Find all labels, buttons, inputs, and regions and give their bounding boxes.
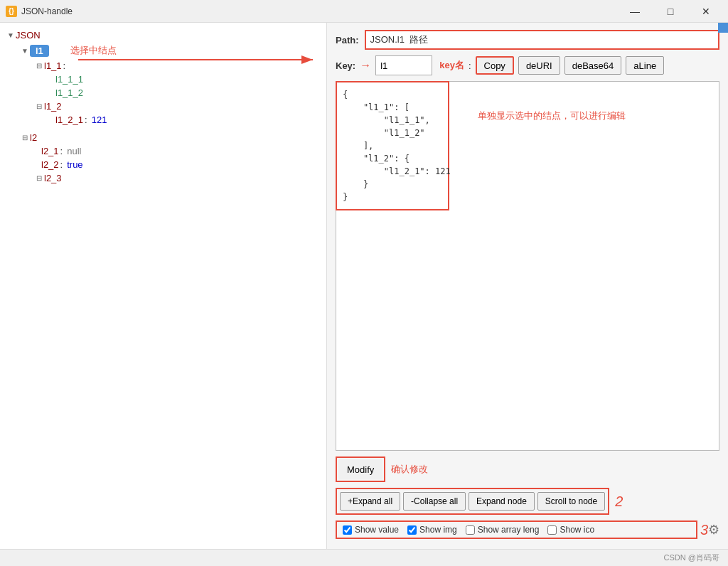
l1-1-1-value: l1_1_1 bbox=[55, 74, 83, 85]
l1-node-badge[interactable]: l1 bbox=[30, 45, 49, 57]
expand-icon-root[interactable]: ▼ bbox=[6, 31, 16, 41]
key-annotation: key名 bbox=[439, 59, 464, 72]
app-icon: {} bbox=[6, 6, 17, 17]
json-preview-box: { "l1_1": [ "l1_1_1", "l1_1_2" ], "l1_2"… bbox=[336, 81, 449, 210]
l2-2-key: l2_2 bbox=[41, 159, 59, 170]
show-value-checkbox-item[interactable]: Show value bbox=[343, 525, 399, 535]
l1-2-node[interactable]: ⊟ l1_2 bbox=[6, 100, 321, 113]
json-preview-content: { "l1_1": [ "l1_1_1", "l1_1_2" ], "l1_2"… bbox=[343, 88, 442, 203]
show-array-leng-label: Show array leng bbox=[478, 525, 540, 535]
number-3-annotation: 3 bbox=[700, 522, 708, 538]
minimize-button[interactable]: — bbox=[619, 0, 651, 23]
expand-icon-l2-3[interactable]: ⊟ bbox=[34, 173, 44, 183]
expand-row: +Expand all -Collapse all Expand node Sc… bbox=[336, 488, 609, 515]
settings-gear-icon[interactable]: ⚙ bbox=[708, 523, 719, 537]
show-ico-checkbox-item[interactable]: Show ico bbox=[547, 525, 594, 535]
l2-1-node[interactable]: l2_1 : null bbox=[6, 144, 321, 158]
key-row: Key: → key名 : Copy deURI deBase64 aLine bbox=[336, 55, 719, 75]
show-ico-label: Show ico bbox=[560, 525, 594, 535]
tree-root-label: JSON bbox=[16, 30, 41, 41]
l1-2-1-key: l1_2_1 bbox=[55, 114, 83, 125]
l1-1-2-value: l1_1_2 bbox=[55, 87, 83, 98]
l2-3-key: l2_3 bbox=[44, 173, 62, 183]
json-editor-annotation: 单独显示选中的结点，可以进行编辑 bbox=[478, 110, 626, 122]
key-input[interactable] bbox=[375, 55, 432, 75]
l1-1-2-node[interactable]: l1_1_2 bbox=[6, 86, 321, 100]
close-button[interactable]: ✕ bbox=[690, 0, 722, 23]
expand-icon-l1[interactable]: ▼ bbox=[20, 46, 30, 55]
debase64-button[interactable]: deBase64 bbox=[564, 56, 622, 75]
l2-2-node[interactable]: l2_2 : true bbox=[6, 158, 321, 171]
status-text: CSDN @肖码哥 bbox=[664, 552, 719, 563]
deuri-button[interactable]: deURI bbox=[518, 56, 560, 75]
collapse-all-button[interactable]: -Collapse all bbox=[403, 492, 466, 511]
checkbox-row-container: Show value Show img Show array leng Show… bbox=[336, 520, 719, 539]
copy-button[interactable]: Copy bbox=[476, 56, 514, 75]
l1-2-1-value: 121 bbox=[92, 114, 107, 125]
aline-button[interactable]: aLine bbox=[626, 56, 664, 75]
left-panel: ▼ JSON ▼ l1 选择中结点 ⊟ l1_1 : l1_1_1 l1_1_2… bbox=[0, 23, 327, 549]
show-img-label: Show img bbox=[419, 525, 457, 535]
right-panel: Path: Key: → key名 : Copy deURI deBase64 … bbox=[327, 23, 728, 549]
json-editor-wrapper: { "l1_1": [ "l1_1_1", "l1_1_2" ], "l1_2"… bbox=[336, 81, 719, 451]
blue-corner bbox=[718, 23, 728, 33]
expand-icon-l1-2[interactable]: ⊟ bbox=[34, 102, 44, 112]
path-label: Path: bbox=[336, 35, 359, 46]
l1-2-key: l1_2 bbox=[44, 101, 62, 112]
status-bar: CSDN @肖码哥 bbox=[0, 549, 728, 566]
key-arrow: → bbox=[360, 59, 371, 72]
app-title: JSON-handle bbox=[21, 6, 619, 16]
expand-icon-l1-1[interactable]: ⊟ bbox=[34, 61, 44, 71]
scroll-to-node-button[interactable]: Scroll to node bbox=[537, 492, 605, 511]
title-bar: {} JSON-handle — □ ✕ bbox=[0, 0, 728, 23]
expand-node-button[interactable]: Expand node bbox=[469, 492, 535, 511]
path-input[interactable] bbox=[365, 30, 720, 50]
expand-icon-l2[interactable]: ⊟ bbox=[20, 133, 30, 143]
show-img-checkbox-item[interactable]: Show img bbox=[407, 525, 457, 535]
modify-row: Modify 确认修改 bbox=[336, 456, 719, 482]
app-icon-text: {} bbox=[9, 7, 14, 15]
main-content: ▼ JSON ▼ l1 选择中结点 ⊟ l1_1 : l1_1_1 l1_1_2… bbox=[0, 23, 728, 549]
l2-1-value: null bbox=[67, 146, 81, 156]
l2-key: l2 bbox=[30, 132, 37, 143]
modify-button[interactable]: Modify bbox=[338, 459, 382, 479]
l2-2-value: true bbox=[67, 159, 82, 170]
show-ico-checkbox[interactable] bbox=[547, 525, 557, 535]
selected-node-annotation: 选择中结点 bbox=[70, 44, 117, 57]
show-array-leng-checkbox[interactable] bbox=[466, 525, 475, 535]
l1-2-1-node[interactable]: l1_2_1 : 121 bbox=[6, 113, 321, 127]
settings-area: ⚙ bbox=[708, 522, 719, 538]
l1-1-node[interactable]: ⊟ l1_1 : bbox=[6, 59, 321, 73]
show-array-leng-checkbox-item[interactable]: Show array leng bbox=[466, 525, 540, 535]
expand-row-container: +Expand all -Collapse all Expand node Sc… bbox=[336, 488, 719, 515]
show-value-checkbox[interactable] bbox=[343, 525, 352, 535]
l2-1-key: l2_1 bbox=[41, 146, 59, 156]
l2-3-node[interactable]: ⊟ l2_3 bbox=[6, 171, 321, 185]
key-label: Key: bbox=[336, 60, 355, 71]
l1-row: ▼ l1 选择中结点 bbox=[6, 44, 321, 57]
l1-1-key: l1_1 bbox=[44, 60, 62, 71]
l1-1-1-node[interactable]: l1_1_1 bbox=[6, 73, 321, 86]
window-controls: — □ ✕ bbox=[619, 0, 722, 23]
show-img-checkbox[interactable] bbox=[407, 525, 417, 535]
number-2-annotation: 2 bbox=[615, 493, 623, 510]
tree-root[interactable]: ▼ JSON bbox=[6, 28, 321, 42]
expand-all-button[interactable]: +Expand all bbox=[340, 492, 400, 511]
show-value-label: Show value bbox=[355, 525, 399, 535]
path-row: Path: bbox=[336, 30, 719, 50]
checkbox-row: Show value Show img Show array leng Show… bbox=[336, 520, 697, 539]
maximize-button[interactable]: □ bbox=[654, 0, 687, 23]
l2-node[interactable]: ⊟ l2 bbox=[6, 131, 321, 144]
modify-annotation: 确认修改 bbox=[391, 463, 428, 476]
